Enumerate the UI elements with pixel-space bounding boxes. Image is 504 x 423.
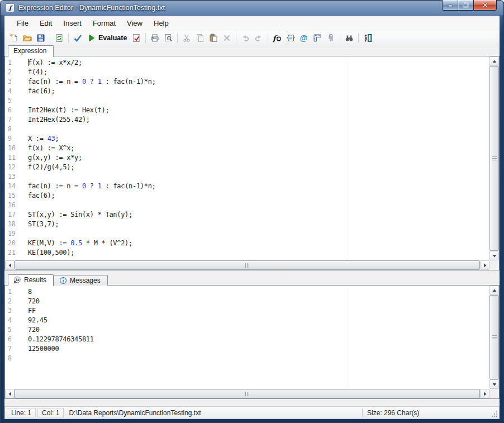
results-hscroll-thumb[interactable] [15,389,480,398]
format-lines-button[interactable]: {} [284,31,297,44]
menu-view[interactable]: View [121,17,148,30]
results-view[interactable]: 1827203FF492.45572060.122978746345811712… [5,286,489,389]
editor-line[interactable]: 13 [5,172,489,182]
editor-line[interactable]: 18ST(3,7); [5,220,489,229]
results-horizontal-scrollbar[interactable] [5,389,489,398]
evaluate-button[interactable]: Evaluate [84,31,130,44]
editor-hscroll-thumb[interactable] [15,260,480,270]
result-line[interactable]: 492.45 [5,316,489,325]
new-button[interactable] [7,31,21,44]
find-button[interactable] [343,31,356,44]
resize-grip[interactable] [490,407,499,419]
editor-line[interactable]: 21KE(100,500); [5,248,489,258]
editor-line[interactable]: 9X := 43; [5,134,489,144]
results-vertical-scrollbar[interactable] [489,286,499,389]
menu-file[interactable]: File [11,17,34,30]
cut-button[interactable] [180,31,193,44]
maximize-button[interactable] [458,0,473,11]
editor-line[interactable]: 5 [5,96,489,106]
line-number: 21 [5,248,28,258]
print-preview-button[interactable] [161,31,175,44]
editor-line[interactable]: 7Int2Hex(255.42); [5,115,489,125]
validate-document-button[interactable] [130,31,143,44]
svg-text:@: @ [300,34,308,42]
insert-at-button[interactable]: @ [297,31,311,44]
scroll-right-button[interactable] [480,389,489,398]
redo-button[interactable] [252,31,265,44]
delete-button[interactable] [220,31,234,44]
ruler-button[interactable] [311,31,324,44]
line-number: 20 [5,239,28,248]
menu-help[interactable]: Help [148,17,174,30]
exit-button[interactable] [361,31,374,44]
tab-label: Results [24,276,46,284]
line-number: 18 [5,220,28,229]
menubar: FileEditInsertFormatViewHelp [4,16,500,31]
result-line[interactable]: 60.122978746345811 [5,335,489,344]
copy-button[interactable] [193,31,207,44]
menu-format[interactable]: Format [87,17,121,30]
paste-button[interactable] [207,31,220,44]
result-line[interactable]: 18 [5,287,489,297]
editor-line[interactable]: 10f(x) := X^x; [5,144,489,153]
editor-line[interactable]: 3fac(n) := n = 0 ? 1 : fac(n-1)*n; [5,77,489,87]
minimize-button[interactable] [442,0,458,11]
line-text: ST(x,y) := Sin(x) * Tan(y); [28,210,132,220]
refresh-button[interactable] [53,31,66,44]
scroll-up-button[interactable] [489,286,499,295]
editor-vscroll-thumb[interactable] [489,66,499,251]
scroll-down-button[interactable] [489,251,499,260]
toolbar-separator [50,33,50,43]
editor-vertical-scrollbar[interactable] [489,56,499,260]
open-button[interactable] [21,31,34,44]
check-syntax-button[interactable] [71,31,84,44]
undo-button[interactable] [239,31,252,44]
play-icon [87,34,96,42]
editor-line[interactable]: 8 [5,125,489,134]
result-line[interactable]: 2720 [5,297,489,306]
scroll-left-button[interactable] [5,389,15,398]
scroll-left-button[interactable] [5,260,15,270]
tab-messages[interactable]: Messages [54,275,108,286]
tab-results[interactable]: fxResults [8,274,54,286]
insert-function-button[interactable]: ƒ [270,31,284,44]
results-tabstrip: fxResultsMessages [4,274,500,286]
line-text: f(4); [28,68,47,77]
scroll-down-button[interactable] [489,379,499,389]
menu-edit[interactable]: Edit [34,17,58,30]
line-text: KE(M,V) := 0.5 * M * (V^2); [28,239,132,248]
print-button[interactable] [148,31,161,44]
editor-line[interactable]: 17ST(x,y) := Sin(x) * Tan(y); [5,210,489,220]
editor-line[interactable]: 20KE(M,V) := 0.5 * M * (V^2); [5,239,489,248]
result-line[interactable]: 8 [5,354,489,363]
line-number: 1 [5,58,28,68]
result-line[interactable]: 712500000 [5,344,489,354]
scroll-right-button[interactable] [480,260,489,270]
result-line[interactable]: 5720 [5,325,489,335]
line-text: Int2Hex(t) := Hex(t); [28,106,109,115]
save-button[interactable] [34,31,47,44]
editor-line[interactable]: 11g(x,y) := x*y; [5,153,489,163]
editor-line[interactable]: 4fac(6); [5,87,489,96]
results-vscroll-thumb[interactable] [489,295,499,379]
close-button[interactable] [473,0,497,11]
titlebar[interactable]: ƒ Expression Editor - DynamicFunctionTes… [0,0,504,16]
editor-line[interactable]: 15fac(6); [5,191,489,201]
editor-horizontal-scrollbar[interactable] [5,260,489,270]
attach-button[interactable] [324,31,337,44]
result-line[interactable]: 3FF [5,306,489,316]
editor-line[interactable]: 2f(4); [5,68,489,77]
editor-line[interactable]: 16 [5,201,489,210]
expression-editor[interactable]: 1f(x) := x*x/2;2f(4);3fac(n) := n = 0 ? … [5,56,489,260]
line-number: 17 [5,210,28,220]
tab-expression[interactable]: Expression [8,45,54,57]
menu-insert[interactable]: Insert [58,17,87,30]
scroll-up-button[interactable] [489,56,499,66]
editor-line[interactable]: 1f(x) := x*x/2; [5,58,489,68]
editor-line[interactable]: 6Int2Hex(t) := Hex(t); [5,106,489,115]
ruler-icon [313,34,322,42]
editor-line[interactable]: 14fac(n) := n = 0 ? 1 : fac(n-1)*n; [5,182,489,191]
app-icon[interactable]: ƒ [6,3,15,12]
editor-line[interactable]: 19 [5,229,489,239]
editor-line[interactable]: 12f(2)/g(4,5); [5,163,489,172]
